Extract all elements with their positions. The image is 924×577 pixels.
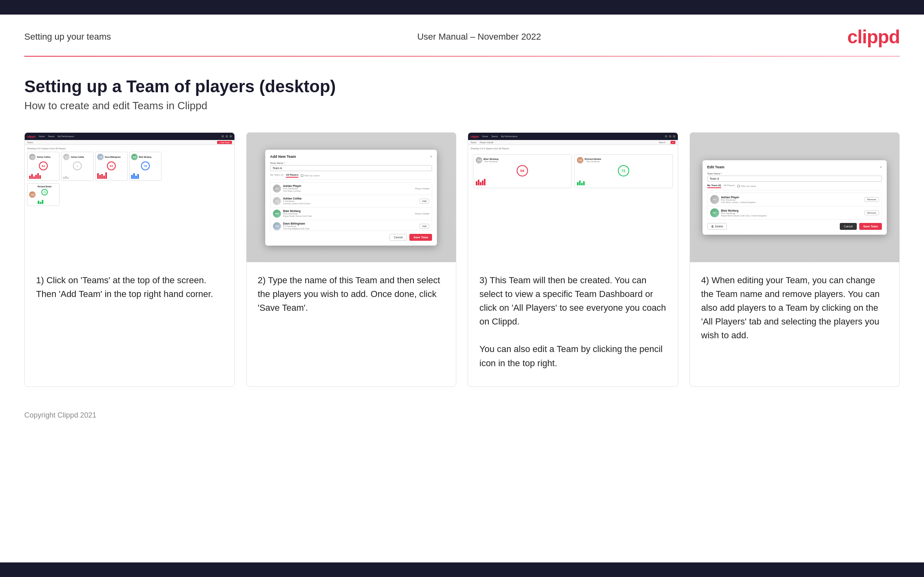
team-name-input-2[interactable]: Team A xyxy=(270,165,432,171)
showing-label-3: Showing 2 of 2 players from All Players xyxy=(471,147,675,150)
cards-container: clippd Home Teams My Performance Teams +… xyxy=(0,124,924,403)
mock-player-list-2: AP Adrian Player Plus Handicap The Shire… xyxy=(270,182,432,231)
mock-modal-header-4: Edit Team × xyxy=(707,165,882,169)
clippd-logo: clippd xyxy=(847,26,900,48)
bar xyxy=(37,173,39,179)
player-info-1: Adrian Player Plus Handicap The Shire Lo… xyxy=(283,185,413,192)
team-name-label-4: Team Name * xyxy=(707,172,882,175)
mock-score-cards-3: BM Blair McHarg Plus Handicap 94 xyxy=(471,152,675,191)
sub-nav-players-3: Players Handle xyxy=(480,141,494,144)
bar xyxy=(135,176,137,179)
score-circle-4: 78 xyxy=(141,161,150,170)
sub-nav-teams-3: Teams xyxy=(471,141,477,144)
modal-close-2[interactable]: × xyxy=(430,155,432,159)
page-title: Setting up a Team of players (desktop) xyxy=(24,77,900,96)
modal-cancel-btn-2[interactable]: Cancel xyxy=(390,234,407,241)
tab-my-team-4[interactable]: My Team (2) xyxy=(707,184,721,188)
bar xyxy=(97,173,99,179)
player-avatar-3: BM xyxy=(273,210,281,218)
edit-player-info-1: Adrian Player Plus Handicap The Shire Lo… xyxy=(721,196,862,204)
delete-team-btn[interactable]: 🗑 Delete xyxy=(707,223,727,230)
score-circle-2: 0 xyxy=(73,161,82,170)
score-card-header-1: BM Blair McHarg Plus Handicap xyxy=(476,157,569,163)
showing-label: Showing 5 of 5 players from All Players xyxy=(27,147,232,150)
add-player-btn-2[interactable]: Add xyxy=(419,199,430,204)
mock-player-header-2: AC Adrian Coliba xyxy=(63,154,92,160)
nav-dot-3a xyxy=(665,135,667,138)
footer: Copyright Clippd 2021 xyxy=(0,403,924,428)
footer-right-btns: Cancel Save Team xyxy=(840,223,882,230)
modal-close-4[interactable]: × xyxy=(880,165,882,169)
mock-player-card-5: RB Richard Butler 72 xyxy=(27,183,60,206)
edit-cancel-btn[interactable]: Cancel xyxy=(840,223,857,230)
modal-save-btn-2[interactable]: Save Team xyxy=(409,234,432,241)
page-subtitle: How to create and edit Teams in Clippd xyxy=(24,100,900,112)
score-card-3-1: BM Blair McHarg Plus Handicap 94 xyxy=(473,154,572,188)
tab-filter-name-4[interactable]: Filter by name xyxy=(737,184,756,188)
card-1-screenshot: clippd Home Teams My Performance Teams +… xyxy=(25,133,234,262)
nav-link-home: Home xyxy=(39,135,45,138)
mock-nav-logo-1: clippd xyxy=(27,135,36,138)
bars-3 xyxy=(97,172,126,179)
mock-player-header-4: BM Blair McHarg xyxy=(131,154,160,160)
sub-nav-label: Teams xyxy=(27,141,33,144)
player-status-1: Player Added xyxy=(415,187,430,190)
mock-dashboard-3: clippd Home Teams My Performance Teams P… xyxy=(468,133,678,262)
score-card-avatar-1: BM xyxy=(476,157,482,163)
tab-my-team[interactable]: My Team (2) xyxy=(270,174,283,178)
trash-icon: 🗑 xyxy=(711,225,714,228)
card-2-text: 2) Type the name of this Team and then s… xyxy=(247,262,456,386)
remove-player-btn-1[interactable]: Remove xyxy=(864,197,879,202)
edit-player-row-2: BM Blair McHarg Plus Handicap Royal Nort… xyxy=(708,206,881,219)
mock-content-1: Showing 5 of 5 players from All Players … xyxy=(25,145,234,208)
bar xyxy=(99,175,101,179)
add-player-btn-4[interactable]: Add xyxy=(419,224,430,229)
card-4: Edit Team × Team Name * Team A My Team (… xyxy=(690,132,900,387)
score-circle-card-1: 94 xyxy=(517,165,528,176)
bar xyxy=(39,175,41,179)
card-2-screenshot: Add New Team × Team Name * Team A My Tea… xyxy=(247,133,456,262)
card-3-screenshot: clippd Home Teams My Performance Teams P… xyxy=(468,133,678,262)
score-card-bars-2 xyxy=(577,178,670,185)
player-name-5: Richard Butler xyxy=(38,185,51,188)
bars-5 xyxy=(38,197,51,204)
mock-modal-overlay-2: Add New Team × Team Name * Team A My Tea… xyxy=(247,133,456,262)
mock-edit-modal-4: Edit Team × Team Name * Team A My Team (… xyxy=(703,160,887,235)
player-info-3: Blair McHarg Plus Handicap Royal North D… xyxy=(283,210,413,217)
remove-player-btn-2[interactable]: Remove xyxy=(864,210,879,215)
bar xyxy=(29,176,31,179)
edit-save-btn[interactable]: Save Team xyxy=(859,223,882,230)
edit-player-info-2: Blair McHarg Plus Handicap Royal North D… xyxy=(721,209,862,217)
player-name-4: Blair McHarg xyxy=(139,156,151,158)
score-card-header-2: RB Richard Butler Plus Handicap xyxy=(577,157,670,163)
mock-player-card-4: BM Blair McHarg 78 xyxy=(129,152,162,181)
copyright-text: Copyright Clippd 2021 xyxy=(24,411,96,419)
tab-all-players-4[interactable]: All Players xyxy=(724,184,735,188)
bars-1 xyxy=(29,172,57,179)
page-title-section: Setting up a Team of players (desktop) H… xyxy=(0,57,924,124)
player-name-2: Adrian Coliba xyxy=(71,156,84,158)
checkbox-icon-4 xyxy=(737,185,740,187)
avatar-1: AC xyxy=(29,154,36,160)
bar xyxy=(33,176,35,179)
bar xyxy=(40,202,41,204)
card-1: clippd Home Teams My Performance Teams +… xyxy=(24,132,235,387)
bar xyxy=(131,175,133,179)
mock-nav-right-3 xyxy=(665,135,675,138)
team-name-label-2: Team Name * xyxy=(270,162,432,164)
bar xyxy=(577,182,579,185)
bar xyxy=(103,176,105,179)
nav-dot-3c xyxy=(673,135,675,138)
team-name-input-4[interactable]: Team A xyxy=(707,176,882,182)
pencil-icon-3[interactable]: ✏ xyxy=(671,141,675,144)
player-avatar-2: AC xyxy=(273,197,281,205)
mock-tabs-2: My Team (2) All Players Filter by name xyxy=(270,174,432,180)
nav-link-teams: Teams xyxy=(48,135,54,138)
bar xyxy=(581,183,583,185)
tab-all-players[interactable]: All Players xyxy=(286,174,298,178)
mock-player-card-3: DB Dave Billingham 94 xyxy=(95,152,128,181)
nav-dot-1 xyxy=(221,135,224,138)
tab-filter-name[interactable]: Filter by name xyxy=(301,174,319,178)
edit-avatar-2: BM xyxy=(710,208,719,217)
mock-nav-logo-3: clippd xyxy=(471,135,479,138)
